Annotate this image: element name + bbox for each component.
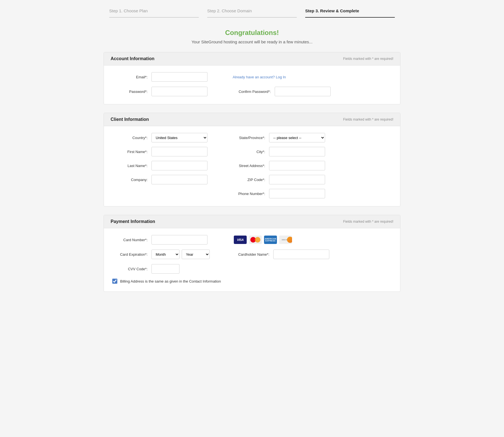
street-input[interactable]	[269, 161, 325, 170]
email-left: Email*:	[112, 72, 230, 82]
step2-label: Step 2. Choose Domain	[207, 8, 252, 15]
cardholder-input[interactable]	[273, 250, 329, 259]
mastercard-icon	[249, 236, 262, 244]
billing-checkbox[interactable]	[112, 279, 117, 284]
payment-required-note: Fields marked with * are required!	[343, 220, 393, 224]
discover-icon: DISCOVER	[279, 236, 292, 244]
cardnumber-group: Card Number*:	[112, 235, 230, 245]
city-label: City*:	[230, 150, 269, 154]
street-label: Street Address*:	[230, 164, 269, 168]
firstname-city-row: First Name*: City*:	[112, 147, 392, 156]
payment-header: Payment Information Fields marked with *…	[104, 215, 400, 228]
firstname-group: First Name*:	[112, 147, 230, 156]
zip-input[interactable]	[269, 175, 325, 184]
password-input[interactable]	[151, 87, 207, 96]
payment-body: Card Number*: VISA AMERICANEXPRESS DISCO…	[104, 228, 400, 292]
cvv-label: CVV Code*:	[112, 267, 151, 271]
expiry-label: Card Expiration*:	[112, 252, 151, 257]
payment-title: Payment Information	[111, 219, 155, 224]
step2: Step 2. Choose Domain	[207, 8, 297, 18]
email-label: Email*:	[112, 75, 151, 79]
password-label: Password*:	[112, 90, 151, 94]
client-required-note: Fields marked with * are required!	[343, 118, 393, 121]
account-title: Account Information	[111, 56, 154, 61]
cardholder-group: Cardholder Name*:	[230, 250, 392, 259]
email-right: Already have an account? Log In	[230, 75, 392, 79]
lastname-label: Last Name*:	[112, 164, 151, 168]
account-header: Account Information Fields marked with *…	[104, 52, 400, 65]
lastname-street-row: Last Name*: Street Address*:	[112, 161, 392, 170]
cvv-input[interactable]	[151, 264, 179, 274]
step3: Step 3. Review & Complete	[305, 8, 395, 18]
cardnumber-row: Card Number*: VISA AMERICANEXPRESS DISCO…	[112, 235, 392, 245]
stepper: Step 1. Choose Plan Step 2. Choose Domai…	[104, 6, 400, 18]
confirm-password-input[interactable]	[275, 87, 331, 96]
phone-input[interactable]	[269, 189, 325, 198]
step1: Step 1. Choose Plan	[109, 8, 199, 18]
state-group: State/Province*: -- please select -- Ala…	[230, 133, 392, 142]
expiry-row: Card Expiration*: Month 01020304 0506070…	[112, 250, 392, 259]
password-right: Confirm Password*:	[230, 87, 392, 96]
country-label: Country*:	[112, 136, 151, 140]
cvv-row: CVV Code*:	[112, 264, 392, 274]
state-select[interactable]: -- please select -- Alabama Alaska Calif…	[269, 133, 325, 142]
year-select[interactable]: Year 2024202520262027 2028202920302031 2…	[182, 250, 210, 259]
congrats-subtitle: Your SiteGround hosting account will be …	[104, 39, 400, 44]
country-group: Country*: United States Canada United Ki…	[112, 133, 230, 142]
step3-label: Step 3. Review & Complete	[305, 8, 359, 15]
zip-group: ZIP Code*:	[230, 175, 392, 184]
already-login-link[interactable]: Already have an account? Log In	[233, 75, 286, 79]
payment-card: Payment Information Fields marked with *…	[104, 215, 400, 292]
client-header: Client Information Fields marked with * …	[104, 113, 400, 126]
account-required-note: Fields marked with * are required!	[343, 57, 393, 61]
password-row: Password*: Confirm Password*:	[112, 87, 392, 96]
phone-group: Phone Number*:	[230, 189, 392, 198]
card-icons: VISA AMERICANEXPRESS DISCOVER	[234, 236, 292, 244]
billing-checkbox-row: Billing Address is the same as given in …	[112, 279, 392, 284]
cardholder-label: Cardholder Name*:	[230, 252, 273, 257]
client-card: Client Information Fields marked with * …	[104, 113, 400, 206]
company-label: Company:	[112, 178, 151, 182]
expiry-group: Card Expiration*: Month 01020304 0506070…	[112, 250, 230, 259]
state-label: State/Province*:	[230, 136, 269, 140]
email-row: Email*: Already have an account? Log In	[112, 72, 392, 82]
firstname-input[interactable]	[151, 147, 207, 156]
company-input[interactable]	[151, 175, 207, 184]
country-select[interactable]: United States Canada United Kingdom	[151, 133, 207, 142]
zip-label: ZIP Code*:	[230, 178, 269, 182]
billing-checkbox-label: Billing Address is the same as given in …	[120, 279, 221, 283]
cc-icons-group: VISA AMERICANEXPRESS DISCOVER	[230, 236, 392, 244]
country-state-row: Country*: United States Canada United Ki…	[112, 133, 392, 142]
password-left: Password*:	[112, 87, 230, 96]
account-body: Email*: Already have an account? Log In …	[104, 65, 400, 104]
amex-icon: AMERICANEXPRESS	[264, 236, 277, 244]
cvv-group: CVV Code*:	[112, 264, 230, 274]
congrats-section: Congratulations! Your SiteGround hosting…	[104, 29, 400, 44]
client-body: Country*: United States Canada United Ki…	[104, 126, 400, 206]
lastname-group: Last Name*:	[112, 161, 230, 170]
account-card: Account Information Fields marked with *…	[104, 52, 400, 104]
step1-label: Step 1. Choose Plan	[109, 8, 148, 15]
street-group: Street Address*:	[230, 161, 392, 170]
month-select[interactable]: Month 01020304 05060708 09101112	[151, 250, 179, 259]
city-input[interactable]	[269, 147, 325, 156]
firstname-label: First Name*:	[112, 150, 151, 154]
cardnumber-label: Card Number*:	[112, 238, 151, 242]
client-title: Client Information	[111, 117, 149, 122]
congrats-title: Congratulations!	[104, 29, 400, 37]
lastname-input[interactable]	[151, 161, 207, 170]
city-group: City*:	[230, 147, 392, 156]
confirm-password-label: Confirm Password*:	[230, 90, 275, 94]
email-input[interactable]	[151, 72, 207, 82]
phone-label: Phone Number*:	[230, 192, 269, 196]
phone-row: Phone Number*:	[112, 189, 392, 198]
visa-icon: VISA	[234, 236, 247, 244]
cardnumber-input[interactable]	[151, 235, 207, 245]
company-group: Company:	[112, 175, 230, 184]
company-zip-row: Company: ZIP Code*:	[112, 175, 392, 184]
